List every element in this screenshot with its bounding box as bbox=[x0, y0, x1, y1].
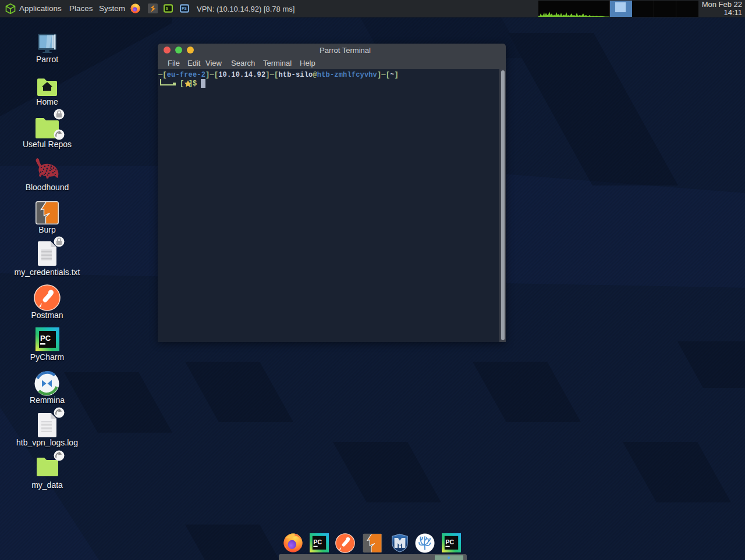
svg-text:PS: PS bbox=[182, 6, 186, 10]
svg-text:PC: PC bbox=[313, 539, 322, 545]
svg-text:$: $ bbox=[166, 6, 168, 11]
svg-text:PC: PC bbox=[40, 334, 51, 343]
svg-text:PC: PC bbox=[445, 539, 454, 545]
